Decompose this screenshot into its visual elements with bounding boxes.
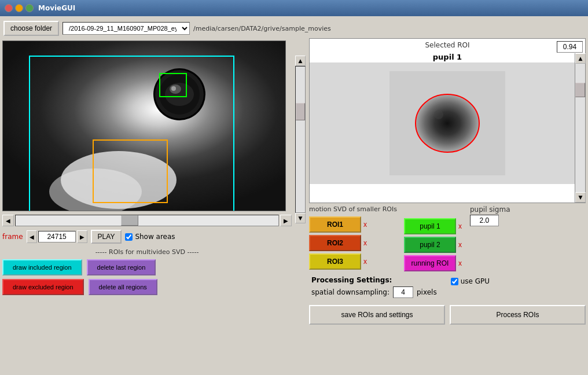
left-panel: ◀ ▶ frame ◀ ▶ PLAY Show areas [2, 38, 292, 373]
roi-button-group: ROI1 x ROI2 x ROI3 x [309, 216, 397, 270]
roi1-button[interactable]: ROI1 [309, 216, 361, 233]
draw-included-region-button[interactable]: draw included region [2, 259, 82, 275]
choose-folder-button[interactable]: choose folder [3, 21, 59, 36]
svg-point-13 [434, 110, 443, 119]
pupil2-item: pupil 2 x [404, 237, 463, 253]
settings-gpu-row: Processing Settings: spatial downsamplin… [309, 274, 586, 300]
roi-section-title: ----- ROIs for multivideo SVD ----- [2, 248, 292, 256]
delete-all-regions-button[interactable]: delete all regions [89, 279, 157, 295]
pupil-button-group: pupil 1 x pupil 2 x running ROI x [404, 218, 463, 271]
roi-section: ----- ROIs for multivideo SVD ----- draw… [2, 246, 292, 297]
middle-section: ◀ ▶ frame ◀ ▶ PLAY Show areas [2, 38, 586, 373]
frame-next-button[interactable]: ▶ [77, 230, 87, 243]
close-button[interactable] [5, 4, 13, 12]
roi-green-rectangle [159, 73, 187, 97]
pupil-sigma-label: pupil sigma [470, 205, 510, 214]
frame-navigation: ◀ ▶ [27, 230, 87, 243]
main-content: choose folder /2016-09-29_11_M160907_MP0… [0, 16, 588, 375]
motion-and-pupil-section: motion SVD of smaller ROIs ROI1 x ROI2 x… [309, 205, 586, 271]
top-bar: choose folder /2016-09-29_11_M160907_MP0… [2, 19, 586, 38]
running-roi-item: running ROI x [404, 255, 463, 271]
roi3-remove-button[interactable]: x [362, 258, 368, 266]
scroll-left-button[interactable]: ◀ [2, 215, 14, 226]
motion-svd-section: motion SVD of smaller ROIs ROI1 x ROI2 x… [309, 205, 397, 271]
frame-controls: frame ◀ ▶ PLAY Show areas [2, 227, 292, 246]
show-areas-checkbox-label[interactable]: Show areas [125, 233, 175, 241]
frame-label: frame [2, 233, 23, 241]
roi-orange-rectangle [93, 139, 168, 203]
bottom-buttons: save ROIs and settings Process ROIs [309, 305, 586, 325]
processing-settings: Processing Settings: spatial downsamplin… [309, 274, 439, 300]
pupil1-remove-button[interactable]: x [457, 222, 463, 230]
roi2-button[interactable]: ROI2 [309, 235, 361, 251]
roi-scroll-thumb [575, 83, 585, 97]
pupil-spacer [404, 205, 463, 218]
roi3-button[interactable]: ROI3 [309, 253, 361, 270]
running-roi-remove-button[interactable]: x [457, 259, 463, 267]
minimize-button[interactable] [15, 4, 23, 12]
frame-prev-button[interactable]: ◀ [27, 230, 37, 243]
opacity-input[interactable] [557, 41, 583, 53]
roi2-item: ROI2 x [309, 235, 397, 251]
pupil2-remove-button[interactable]: x [457, 241, 463, 249]
running-roi-button[interactable]: running ROI [404, 255, 456, 271]
delete-last-region-button[interactable]: delete last region [87, 259, 156, 275]
draw-excluded-region-button[interactable]: draw excluded region [2, 279, 84, 295]
roi-scroll-up[interactable]: ▲ [575, 53, 586, 64]
scroll-right-button[interactable]: ▶ [280, 215, 292, 226]
roi-scroll-track [575, 64, 585, 192]
vertical-scroll-thumb [296, 103, 305, 120]
play-button[interactable]: PLAY [91, 230, 122, 244]
use-gpu-checkbox[interactable] [451, 278, 458, 285]
processing-title: Processing Settings: [311, 276, 437, 284]
vertical-scroll-track[interactable] [295, 66, 306, 213]
pupil2-button[interactable]: pupil 2 [404, 237, 456, 253]
roi2-remove-button[interactable]: x [362, 239, 368, 247]
pupil-sigma-input[interactable] [470, 215, 499, 226]
use-gpu-row: use GPU [451, 277, 490, 285]
spatial-label: spatial downsampling: [311, 288, 389, 296]
spatial-downsampling-row: spatial downsampling: pixels [311, 286, 437, 298]
spatial-input[interactable] [393, 286, 413, 298]
title-bar: MovieGUI [0, 0, 588, 16]
roi3-item: ROI3 x [309, 253, 397, 270]
scroll-up-button[interactable]: ▲ [295, 56, 306, 66]
frame-input[interactable] [38, 231, 76, 242]
show-areas-checkbox[interactable] [125, 233, 133, 241]
show-areas-label: Show areas [135, 233, 175, 241]
roi-buttons: draw included region delete last region [2, 259, 292, 275]
pupil-name-label: pupil 1 [310, 52, 585, 62]
pupil1-button[interactable]: pupil 1 [404, 218, 456, 234]
pupil-section: pupil 1 x pupil 2 x running ROI x [404, 205, 463, 271]
motion-svd-label: motion SVD of smaller ROIs [309, 205, 397, 213]
eye-image-container [2, 41, 286, 211]
roi-buttons-row2: draw excluded region delete all regions [2, 279, 292, 295]
save-button[interactable]: save ROIs and settings [309, 305, 445, 325]
vertical-scrollbar-container: ▲ ▼ [294, 56, 307, 223]
folder-dropdown[interactable]: /2016-09-29_11_M160907_MP028_eye [63, 22, 190, 35]
selected-roi-section: Selected ROI pupil 1 [309, 38, 586, 203]
process-button[interactable]: Process ROIs [450, 305, 586, 325]
pupil1-item: pupil 1 x [404, 218, 463, 234]
roi-scroll-down[interactable]: ▼ [575, 192, 586, 203]
use-gpu-label: use GPU [461, 277, 490, 285]
app-title: MovieGUI [38, 4, 75, 12]
window-controls[interactable] [5, 4, 34, 12]
maximize-button[interactable] [25, 4, 34, 12]
right-panel: Selected ROI pupil 1 [309, 38, 586, 373]
pupil-image [310, 62, 585, 184]
horizontal-scrollbar: ◀ ▶ [2, 215, 292, 226]
pupil-svg [389, 71, 505, 175]
selected-roi-label: Selected ROI [310, 39, 585, 52]
scroll-track[interactable] [15, 215, 279, 226]
roi-panel-scrollbar[interactable]: ▲ ▼ [575, 53, 585, 203]
roi1-remove-button[interactable]: x [362, 220, 368, 229]
folder-path: /media/carsen/DATA2/grive/sample_movies [193, 25, 331, 32]
scroll-down-button[interactable]: ▼ [295, 213, 306, 223]
roi1-item: ROI1 x [309, 216, 397, 233]
pupil-sigma-section: pupil sigma [470, 205, 510, 271]
scroll-thumb [121, 215, 138, 226]
pixels-label: pixels [417, 288, 437, 296]
